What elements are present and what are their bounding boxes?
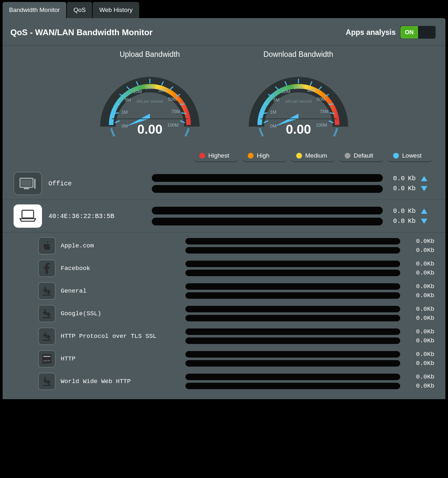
svg-line-27 [264,104,268,104]
facebook-icon [38,260,56,277]
download-gauge: 0M 1M 5M 10M 20M 30M 50M 75M 100M bits p… [244,62,353,143]
download-gauge-value: 0.00 [286,122,311,136]
app-row[interactable]: Google(SSL) 0.0Kb 0.0Kb [38,302,434,325]
svg-text:5M: 5M [125,97,131,102]
svg-text:1M: 1M [121,109,128,115]
app-download-value: 0.0Kb [405,247,434,254]
dot-icon [199,153,205,159]
app-stats: 0.0Kb 0.0Kb [405,373,434,390]
device-row[interactable]: Office 0.0Kb 0.0Kb [3,167,445,200]
svg-text:10M: 10M [282,89,290,94]
svg-text:50M: 50M [317,97,325,102]
app-bars [185,261,400,276]
upload-bar [185,238,400,244]
app-row[interactable]: HTTP Protocol over TLS SSL 0.0Kb 0.0Kb [38,325,434,348]
apps-analysis-label: Apps analysis [346,28,396,37]
svg-rect-53 [22,210,34,218]
main-panel: QoS - WAN/LAN Bandwidth Monitor Apps ana… [3,18,445,399]
apple-icon [38,237,56,255]
download-bar [185,315,400,321]
app-name: World Wide Web HTTP [61,378,180,385]
legend-medium: Medium [290,150,336,162]
download-bar [152,185,383,193]
download-bar [185,383,400,389]
transfer-icon [38,305,56,322]
svg-text:50M: 50M [168,97,177,102]
app-bars [185,328,400,344]
upload-gauge-title: Upload Bandwidth [95,50,205,59]
app-row[interactable]: HTTP HTTP 0.0Kb 0.0Kb [38,348,434,370]
legend-label: Highest [208,152,229,159]
tab-bandwidth-monitor[interactable]: Bandwidth Monitor [3,2,66,18]
device-bars [152,207,383,225]
dot-icon [345,153,350,159]
download-gauge-block: Download Bandwidth [244,50,353,144]
app-stats: 0.0Kb 0.0Kb [405,283,434,299]
download-bar [185,270,400,276]
upload-bar [185,351,400,358]
app-stats: 0.0Kb 0.0Kb [405,260,434,276]
gauges-section: Upload Bandwidth [3,46,445,147]
legend-high: High [242,150,287,162]
svg-text:30M: 30M [158,88,167,93]
app-row[interactable]: Apple.com 0.0Kb 0.0Kb [38,234,434,257]
app-stats: 0.0Kb 0.0Kb [405,306,434,322]
upload-bar [185,261,400,267]
tab-web-history[interactable]: Web History [93,2,139,18]
svg-text:20M: 20M [145,85,154,90]
legend-label: Default [354,152,373,159]
svg-line-10 [180,104,185,104]
up-arrow-icon [421,176,427,181]
upload-bar [185,328,400,335]
apps-analysis-toggle[interactable]: ON [400,26,436,39]
app-row[interactable]: Facebook 0.0Kb 0.0Kb [38,257,434,280]
download-bar [185,338,400,344]
transfer-icon [38,282,56,300]
app-name: Apple.com [61,242,180,249]
down-arrow-icon [421,186,427,191]
app-row[interactable]: World Wide Web HTTP 0.0Kb 0.0Kb [38,370,434,393]
download-stat: 0.0Kb [389,217,434,225]
device-bars [152,174,383,193]
svg-text:30M: 30M [307,88,316,93]
dot-icon [393,153,399,159]
panel-header: QoS - WAN/LAN Bandwidth Monitor Apps ana… [3,18,445,46]
device-stats: 0.0Kb 0.0Kb [389,207,434,225]
toggle-on-indicator: ON [401,26,418,38]
app-list: Apple.com 0.0Kb 0.0Kb Facebook 0.0Kb [3,233,445,393]
svg-line-2 [115,104,120,104]
download-bar [185,360,400,367]
download-bar [152,218,383,225]
svg-rect-55 [43,317,51,318]
app-name: Google(SSL) [61,310,180,317]
app-row[interactable]: General 0.0Kb 0.0Kb [38,280,434,302]
svg-text:bits per second: bits per second [137,99,163,104]
app-bars [185,374,400,389]
svg-rect-56 [43,340,51,341]
app-upload-value: 0.0Kb [405,306,434,313]
svg-rect-58 [43,356,50,357]
legend-highest: Highest [193,150,239,162]
app-download-value: 0.0Kb [405,382,434,390]
app-download-value: 0.0Kb [405,337,434,344]
app-upload-value: 0.0Kb [405,260,434,267]
app-bars [185,283,400,299]
desktop-icon [14,172,42,195]
app-name: Facebook [61,265,180,272]
svg-text:HTTP: HTTP [44,359,50,362]
svg-text:1M: 1M [270,109,276,115]
http-icon: HTTP [38,350,56,368]
legend-label: Medium [305,152,327,159]
tab-qos[interactable]: QoS [67,2,92,18]
svg-text:75M: 75M [320,109,328,114]
app-download-value: 0.0Kb [405,292,434,299]
download-gauge-title: Download Bandwidth [244,50,353,59]
upload-stat: 0.0Kb [389,207,434,215]
download-stat: 0.0Kb [389,185,434,192]
upload-gauge-block: Upload Bandwidth [95,50,205,144]
dot-icon [248,153,254,159]
device-row[interactable]: 40:4E:36:22:B3:5B 0.0Kb 0.0Kb [3,200,445,233]
legend-label: High [257,152,269,159]
app-name: General [61,287,180,295]
upload-stat: 0.0Kb [389,175,434,182]
